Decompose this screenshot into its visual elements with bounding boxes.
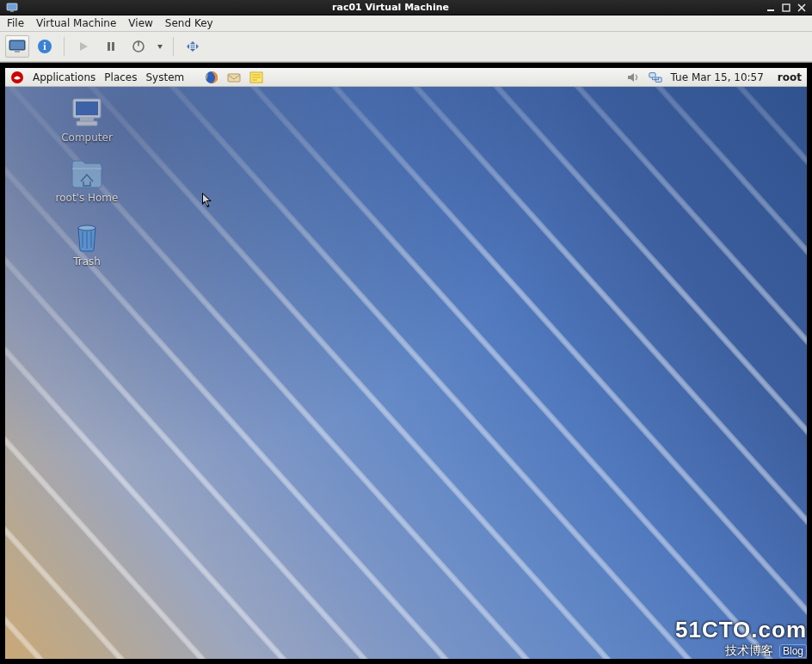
network-icon[interactable]: [649, 71, 662, 84]
maximize-button[interactable]: [779, 2, 793, 14]
desktop-icon-trash[interactable]: Trash: [40, 219, 134, 280]
svg-point-24: [78, 225, 95, 231]
svg-rect-3: [783, 4, 790, 11]
menu-file[interactable]: File: [7, 17, 24, 29]
firefox-launcher-icon[interactable]: [205, 71, 218, 84]
menu-applications[interactable]: Applications: [33, 71, 95, 83]
svg-rect-22: [80, 118, 94, 121]
distro-logo-icon[interactable]: [10, 71, 24, 84]
desktop-label-trash: Trash: [73, 255, 101, 267]
desktop-icon-home[interactable]: root's Home: [40, 157, 134, 218]
host-menubar: File Virtual Machine View Send Key: [0, 15, 812, 32]
svg-rect-13: [191, 45, 194, 48]
close-button[interactable]: [795, 2, 809, 14]
pause-button[interactable]: [99, 35, 123, 58]
svg-rect-5: [10, 41, 24, 49]
menu-send-key[interactable]: Send Key: [165, 17, 213, 29]
cursor-icon: [201, 192, 213, 209]
titlebar-app-icon: [5, 2, 19, 14]
shutdown-button[interactable]: [126, 35, 151, 58]
panel-clock[interactable]: Tue Mar 15, 10:57: [671, 71, 764, 83]
svg-rect-23: [77, 121, 97, 126]
svg-rect-6: [15, 50, 20, 52]
vm-display-area: Applications Places System Tue Mar 15, 1…: [0, 62, 812, 664]
svg-rect-9: [108, 42, 110, 51]
menu-places[interactable]: Places: [104, 71, 137, 83]
menu-system[interactable]: System: [145, 71, 184, 83]
watermark-small: 技术博客: [725, 643, 773, 657]
svg-rect-0: [7, 3, 17, 10]
window-title: rac01 Virtual Machine: [19, 2, 762, 13]
guest-top-panel: Applications Places System Tue Mar 15, 1…: [5, 68, 807, 87]
minimize-button[interactable]: [764, 2, 778, 14]
folder-home-icon: [68, 157, 106, 190]
watermark-big: 51CTO.com: [675, 617, 807, 643]
desktop-label-computer: Computer: [61, 132, 113, 144]
svg-rect-2: [767, 9, 774, 11]
fullscreen-button[interactable]: [181, 35, 205, 58]
info-button[interactable]: i: [33, 35, 57, 58]
panel-user[interactable]: root: [772, 71, 802, 83]
run-button[interactable]: [71, 35, 95, 58]
vm-screen[interactable]: Applications Places System Tue Mar 15, 1…: [5, 68, 807, 659]
svg-rect-12: [138, 41, 139, 46]
svg-rect-21: [76, 101, 98, 115]
guest-desktop[interactable]: Computer root's Home T: [5, 87, 807, 659]
shutdown-menu-arrow[interactable]: [154, 35, 166, 58]
desktop-label-home: root's Home: [56, 192, 119, 204]
svg-rect-18: [649, 72, 655, 77]
svg-rect-1: [10, 10, 14, 12]
volume-icon[interactable]: [626, 71, 640, 84]
host-titlebar: rac01 Virtual Machine: [0, 0, 812, 15]
console-button[interactable]: [5, 35, 29, 58]
menu-view[interactable]: View: [128, 17, 152, 29]
computer-icon: [68, 95, 106, 130]
toolbar-separator: [64, 37, 65, 56]
svg-rect-16: [228, 74, 240, 82]
notes-launcher-icon[interactable]: [249, 71, 263, 84]
watermark-badge: Blog: [779, 644, 807, 658]
watermark: 51CTO.com 技术博客 Blog: [675, 617, 807, 659]
mail-launcher-icon[interactable]: [227, 71, 241, 84]
desktop-icons: Computer root's Home T: [40, 95, 151, 281]
host-toolbar: i: [0, 32, 812, 62]
desktop-icon-computer[interactable]: Computer: [40, 95, 134, 156]
trash-icon: [70, 219, 104, 254]
svg-rect-10: [112, 42, 114, 51]
menu-virtual-machine[interactable]: Virtual Machine: [36, 17, 116, 29]
toolbar-separator-2: [173, 37, 174, 56]
